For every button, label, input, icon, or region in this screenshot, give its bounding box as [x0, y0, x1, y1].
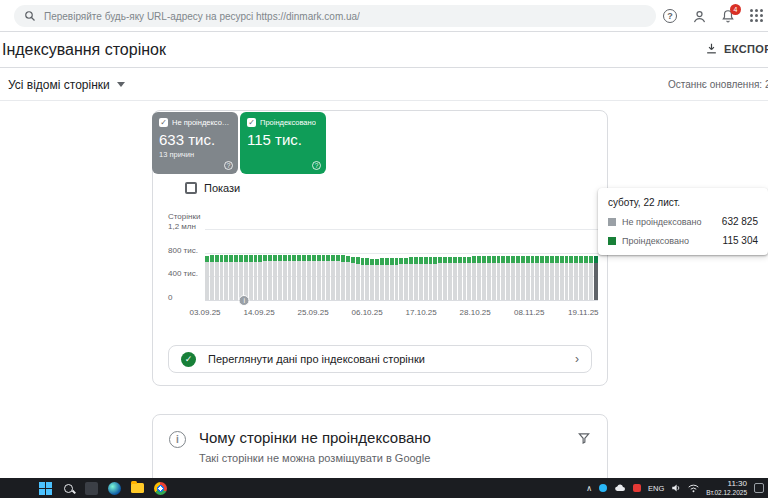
tray-app-icon[interactable]	[633, 484, 641, 492]
chart-bar[interactable]	[438, 229, 442, 300]
help-icon[interactable]: ?	[224, 161, 233, 170]
chart-bar[interactable]	[433, 229, 437, 300]
chart-bar[interactable]	[322, 229, 326, 300]
chart-bar[interactable]	[234, 229, 238, 300]
chart-bar[interactable]	[487, 229, 491, 300]
chart-bar[interactable]	[254, 229, 258, 300]
chart-bar[interactable]	[278, 229, 282, 300]
chart-bar[interactable]	[205, 229, 209, 300]
chart-bar[interactable]	[584, 229, 588, 300]
language-indicator[interactable]: ENG	[648, 484, 664, 493]
notifications-bell-icon[interactable]: 4	[719, 7, 737, 25]
chart-bar[interactable]	[365, 229, 369, 300]
not-indexed-checkbox[interactable]: ✓	[159, 118, 168, 127]
chart-bar[interactable]	[458, 229, 462, 300]
page-type-filter-dropdown[interactable]: Усі відомі сторінки	[0, 78, 125, 92]
chart-bar[interactable]	[409, 229, 413, 300]
chart-bar[interactable]	[414, 229, 418, 300]
chart-bar[interactable]	[516, 229, 520, 300]
help-icon[interactable]: ?	[661, 7, 679, 25]
chart-bar[interactable]	[302, 229, 306, 300]
chart-bar[interactable]	[361, 229, 365, 300]
url-inspect-search[interactable]: Перевіряйте будь-яку URL-адресу на ресур…	[14, 5, 656, 27]
network-wifi-icon[interactable]	[688, 484, 699, 493]
chart-bar[interactable]	[220, 229, 224, 300]
chart-bar[interactable]	[579, 229, 583, 300]
chart-bar[interactable]	[341, 229, 345, 300]
start-button[interactable]	[38, 481, 52, 495]
chart-bar[interactable]	[224, 229, 228, 300]
chart-bar[interactable]	[351, 229, 355, 300]
task-view-icon[interactable]	[84, 481, 98, 495]
edge-browser-icon[interactable]	[107, 481, 121, 495]
chart-bar[interactable]	[346, 229, 350, 300]
help-icon[interactable]: ?	[312, 161, 321, 170]
chart-bar[interactable]	[574, 229, 578, 300]
chart-bar[interactable]	[521, 229, 525, 300]
chart-bar[interactable]	[244, 229, 248, 300]
chart-bar[interactable]	[390, 229, 394, 300]
chart-bar[interactable]	[482, 229, 486, 300]
chart-bar[interactable]	[560, 229, 564, 300]
chart-bar[interactable]	[307, 229, 311, 300]
not-indexed-card[interactable]: ✓ Не проіндексовано 633 тис. 13 причин ?	[152, 112, 238, 174]
file-explorer-icon[interactable]	[130, 481, 144, 495]
chart-bar[interactable]	[540, 229, 544, 300]
chrome-browser-icon[interactable]	[153, 481, 167, 495]
chart-bar[interactable]	[492, 229, 496, 300]
chart-bar[interactable]	[210, 229, 214, 300]
chart-bar[interactable]	[263, 229, 267, 300]
notification-center-icon[interactable]	[754, 483, 764, 493]
chart-bar[interactable]	[569, 229, 573, 300]
chart-bar[interactable]	[419, 229, 423, 300]
chart-bar[interactable]	[395, 229, 399, 300]
chart-bar[interactable]	[448, 229, 452, 300]
chart-bar[interactable]	[385, 229, 389, 300]
chart-bar[interactable]	[326, 229, 330, 300]
chart-bar[interactable]	[511, 229, 515, 300]
chart-bar[interactable]	[336, 229, 340, 300]
chart-bar[interactable]	[249, 229, 253, 300]
chart-bar[interactable]	[370, 229, 374, 300]
chart-bar[interactable]	[292, 229, 296, 300]
taskbar-clock[interactable]: 11:30 Вт.02.12.2025	[706, 479, 747, 497]
chart-bar[interactable]	[565, 229, 569, 300]
tray-expand-icon[interactable]: ∧	[586, 484, 592, 493]
chart-bar[interactable]	[535, 229, 539, 300]
chart-bar[interactable]	[273, 229, 277, 300]
export-button[interactable]: ЕКСПОРТУВАТИ	[705, 42, 768, 55]
chart-bar[interactable]	[288, 229, 292, 300]
chart-bar[interactable]	[526, 229, 530, 300]
chart-bar[interactable]	[453, 229, 457, 300]
account-icon[interactable]	[690, 7, 708, 25]
view-indexed-data-link[interactable]: ✓ Переглянути дані про індексовані сторі…	[168, 345, 592, 373]
volume-icon[interactable]	[671, 483, 681, 493]
chart-bar[interactable]	[589, 229, 593, 300]
taskbar-search-icon[interactable]	[61, 481, 75, 495]
chart-bar[interactable]	[506, 229, 510, 300]
onedrive-cloud-icon[interactable]	[614, 484, 626, 492]
chart-bar[interactable]	[477, 229, 481, 300]
chart-bar[interactable]	[531, 229, 535, 300]
chart-bar[interactable]	[317, 229, 321, 300]
chart-bar[interactable]	[239, 229, 243, 300]
chart-bar[interactable]	[283, 229, 287, 300]
chart-bar[interactable]	[297, 229, 301, 300]
chart-bar[interactable]	[258, 229, 262, 300]
chart-bar[interactable]	[424, 229, 428, 300]
chart-bar[interactable]	[356, 229, 360, 300]
chart-bar[interactable]	[497, 229, 501, 300]
chart-bar[interactable]	[555, 229, 559, 300]
tray-app-icon[interactable]	[599, 484, 607, 492]
chart-bar[interactable]	[331, 229, 335, 300]
chart-bar[interactable]	[545, 229, 549, 300]
chart-bar[interactable]	[467, 229, 471, 300]
chart-bar[interactable]	[463, 229, 467, 300]
filter-funnel-icon[interactable]	[577, 431, 591, 445]
chart-bar[interactable]	[380, 229, 384, 300]
chart-bar[interactable]	[404, 229, 408, 300]
chart-bar[interactable]	[443, 229, 447, 300]
chart-bar[interactable]	[429, 229, 433, 300]
impressions-toggle[interactable]: Покази	[185, 182, 240, 194]
chart-bar[interactable]	[550, 229, 554, 300]
